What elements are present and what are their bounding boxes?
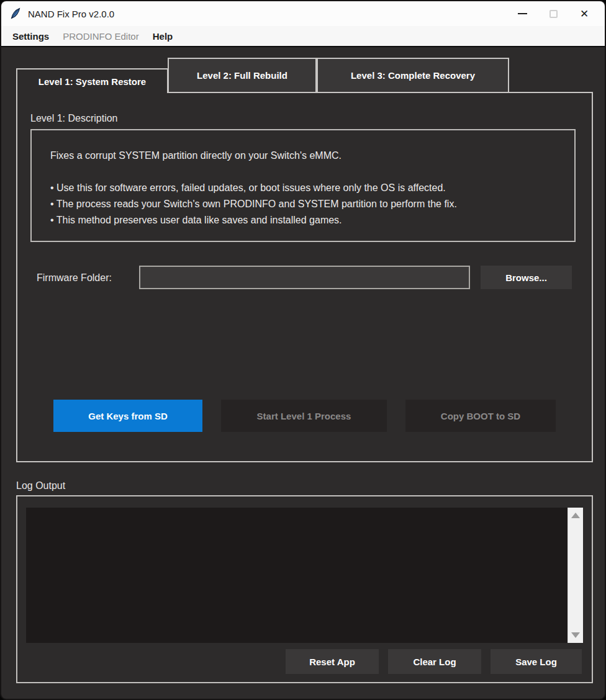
log-output-label: Log Output bbox=[16, 480, 65, 491]
description-group-label: Level 1: Description bbox=[30, 113, 118, 124]
firmware-folder-input[interactable] bbox=[139, 266, 470, 289]
main-content: Level 2: Full Rebuild Level 3: Complete … bbox=[1, 48, 605, 699]
description-line: • Use this for software errors, failed u… bbox=[50, 180, 562, 196]
tab-level-2-full-rebuild[interactable]: Level 2: Full Rebuild bbox=[168, 58, 317, 92]
log-scrollbar[interactable] bbox=[568, 508, 583, 643]
menu-item-prodinfo-editor[interactable]: PRODINFO Editor bbox=[59, 29, 143, 43]
minimize-button[interactable] bbox=[507, 1, 538, 26]
description-line bbox=[50, 164, 562, 180]
level1-tab-panel: Level 1: Description Fixes a corrupt SYS… bbox=[16, 92, 593, 462]
menu-item-help[interactable]: Help bbox=[149, 29, 177, 43]
titlebar: NAND Fix Pro v2.0.0 ✕ bbox=[1, 1, 605, 26]
window-controls: ✕ bbox=[507, 1, 605, 26]
log-output-frame: Reset App Clear Log Save Log bbox=[16, 495, 593, 683]
close-button[interactable]: ✕ bbox=[569, 1, 600, 26]
browse-button[interactable]: Browse... bbox=[481, 266, 572, 289]
menubar: Settings PRODINFO Editor Help bbox=[1, 26, 605, 47]
app-feather-icon bbox=[9, 7, 22, 20]
firmware-folder-label: Firmware Folder: bbox=[37, 272, 112, 284]
copy-boot-to-sd-button[interactable]: Copy BOOT to SD bbox=[405, 400, 556, 432]
save-log-button[interactable]: Save Log bbox=[491, 649, 582, 674]
get-keys-from-sd-button[interactable]: Get Keys from SD bbox=[53, 400, 202, 432]
tab-level-3-complete-recovery[interactable]: Level 3: Complete Recovery bbox=[317, 58, 509, 92]
log-button-row: Reset App Clear Log Save Log bbox=[286, 649, 582, 674]
window-title: NAND Fix Pro v2.0.0 bbox=[28, 9, 114, 19]
description-line: • The process reads your Switch's own PR… bbox=[50, 196, 562, 212]
reset-app-button[interactable]: Reset App bbox=[286, 649, 379, 674]
maximize-button[interactable] bbox=[538, 1, 569, 26]
log-output-area[interactable] bbox=[26, 508, 583, 643]
tab-level-1-system-restore[interactable]: Level 1: System Restore bbox=[16, 68, 168, 93]
clear-log-button[interactable]: Clear Log bbox=[388, 649, 481, 674]
app-window: NAND Fix Pro v2.0.0 ✕ Settings PRODINFO … bbox=[0, 0, 606, 700]
start-level1-process-button[interactable]: Start Level 1 Process bbox=[221, 400, 387, 432]
description-line: • This method preserves user data like s… bbox=[50, 212, 562, 228]
description-box: Fixes a corrupt SYSTEM partition directl… bbox=[30, 129, 576, 242]
menu-item-settings[interactable]: Settings bbox=[9, 29, 53, 43]
minimize-icon bbox=[518, 13, 527, 14]
scroll-down-icon[interactable] bbox=[571, 632, 580, 638]
scroll-up-icon[interactable] bbox=[571, 513, 580, 518]
description-line: Fixes a corrupt SYSTEM partition directl… bbox=[50, 148, 562, 164]
maximize-icon bbox=[549, 10, 558, 18]
close-icon: ✕ bbox=[580, 9, 589, 19]
